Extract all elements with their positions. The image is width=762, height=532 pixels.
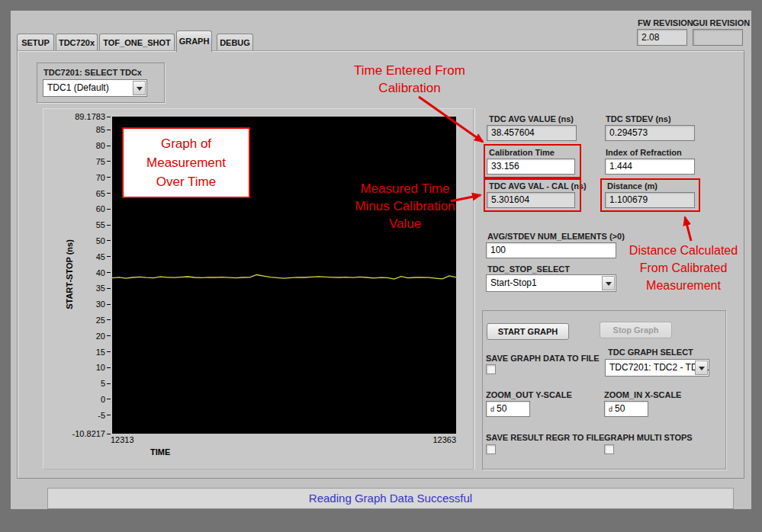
index-refraction-label: Index of Refraction bbox=[606, 148, 682, 157]
num-elements-label: AVG/STDEV NUM_ELEMENTS (>0) bbox=[487, 232, 625, 241]
tab-label: GRAPH bbox=[179, 37, 210, 46]
stop-select-dropdown-button[interactable] bbox=[602, 276, 615, 290]
y-tick: -5 bbox=[43, 410, 111, 421]
chevron-down-icon bbox=[699, 367, 705, 373]
y-tick: 20 bbox=[43, 331, 111, 341]
panel-divider bbox=[474, 108, 475, 470]
status-bar: Reading Graph Data Successful bbox=[47, 488, 734, 509]
gui-revision-field bbox=[693, 29, 743, 46]
tab-tof-one-shot[interactable]: TOF_ONE_SHOT bbox=[99, 34, 175, 51]
graph-annotation-box: Graph of Measurement Over Time bbox=[122, 127, 250, 198]
y-tick: 70 bbox=[43, 172, 111, 183]
y-tick: 75 bbox=[43, 156, 111, 167]
stop-select-dropdown[interactable]: Start-Stop1 bbox=[486, 274, 616, 292]
zoom-out-yscale-input[interactable]: d50 bbox=[486, 401, 530, 417]
fw-revision-label: FW REVISION bbox=[638, 18, 693, 27]
tdc-avg-field: 38.457604 bbox=[487, 125, 577, 141]
y-tick: 30 bbox=[43, 299, 111, 309]
graph-select-value: TDC7201: TDC2 - TDC1 bbox=[606, 360, 709, 376]
time-entered-annotation: Time Entered From Calibration bbox=[328, 62, 491, 97]
y-tick: 80 bbox=[43, 140, 111, 151]
tdc-select-dropdown-button[interactable] bbox=[133, 81, 146, 95]
graph-select-dropdown-button[interactable] bbox=[695, 361, 708, 375]
y-tick: 55 bbox=[43, 220, 111, 230]
y-tick: 25 bbox=[43, 315, 111, 325]
stop-select-value: Start-Stop1 bbox=[487, 275, 616, 291]
y-tick: 85 bbox=[43, 124, 111, 135]
y-tick: 0 bbox=[43, 394, 111, 405]
fw-revision-field: 2.08 bbox=[637, 29, 687, 46]
tdc-select-value: TDC1 (Default) bbox=[43, 80, 146, 96]
graph-panel: START-STOP (ns) 89.178385807570656055504… bbox=[43, 108, 474, 470]
distance-calc-annotation: Distance Calculated From Calibrated Meas… bbox=[619, 242, 748, 294]
tab-graph[interactable]: GRAPH bbox=[176, 30, 212, 52]
x-tick-max: 12363 bbox=[410, 435, 456, 444]
tab-label: TDC720x bbox=[59, 38, 95, 47]
multi-stops-label: GRAPH MULTI STOPS bbox=[604, 433, 693, 442]
zoom-out-yscale-value: 50 bbox=[497, 403, 506, 414]
y-tick: 65 bbox=[43, 188, 111, 199]
distance-highlight-box bbox=[600, 178, 700, 212]
tdc-avg-label: TDC AVG VALUE (ns) bbox=[489, 114, 574, 123]
x-tick-min: 12313 bbox=[111, 435, 134, 444]
tab-label: TOF_ONE_SHOT bbox=[103, 38, 170, 47]
calibration-highlight-box bbox=[484, 144, 581, 178]
tdc-select-dropdown[interactable]: TDC1 (Default) bbox=[43, 79, 147, 97]
tdc-select-label: TDC7201: SELECT TDCx bbox=[43, 68, 142, 77]
stop-graph-button: Stop Graph bbox=[600, 322, 672, 338]
status-message: Reading Graph Data Successful bbox=[309, 492, 472, 505]
graph-select-label: TDC GRAPH SELECT bbox=[608, 348, 693, 357]
multi-stops-checkbox[interactable] bbox=[604, 444, 614, 454]
y-tick: 89.1783 bbox=[43, 111, 111, 122]
index-refraction-input[interactable]: 1.444 bbox=[605, 159, 695, 175]
y-tick: 35 bbox=[43, 283, 111, 293]
y-tick: -10.8217 bbox=[43, 428, 111, 439]
save-regr-label: SAVE RESULT REGR TO FILE bbox=[486, 433, 604, 442]
zoom-in-xscale-value: 50 bbox=[615, 403, 625, 414]
save-graph-data-checkbox[interactable] bbox=[486, 364, 496, 374]
gui-revision-label: GUI REVISION bbox=[693, 18, 750, 27]
y-tick: 50 bbox=[43, 236, 111, 246]
tab-label: SETUP bbox=[21, 38, 50, 47]
num-elements-input[interactable]: 100 bbox=[486, 242, 616, 258]
tab-debug[interactable]: DEBUG bbox=[217, 34, 253, 51]
save-regr-checkbox[interactable] bbox=[486, 444, 496, 454]
y-tick: 15 bbox=[43, 347, 111, 357]
tdc-stdev-field: 0.294573 bbox=[605, 125, 695, 141]
radix-indicator: d bbox=[490, 405, 494, 413]
zoom-in-xscale-label: ZOOM_IN X-SCALE bbox=[604, 390, 681, 399]
y-tick: 60 bbox=[43, 204, 111, 214]
measured-minus-annotation: Measured Time Minus Calibration Value bbox=[323, 180, 487, 232]
y-tick: 45 bbox=[43, 252, 111, 262]
tdc-stdev-label: TDC STDEV (ns) bbox=[606, 114, 671, 123]
tab-label: DEBUG bbox=[220, 38, 250, 47]
y-tick: 5 bbox=[43, 378, 111, 389]
start-graph-button[interactable]: START GRAPH bbox=[487, 323, 569, 340]
chevron-down-icon bbox=[606, 282, 612, 289]
avg-minus-cal-highlight-box bbox=[484, 178, 581, 212]
chevron-down-icon bbox=[137, 87, 143, 94]
x-axis-label: TIME bbox=[150, 447, 170, 457]
waveform-line bbox=[112, 275, 456, 280]
zoom-out-yscale-label: ZOOM_OUT Y-SCALE bbox=[486, 390, 572, 399]
graph-select-dropdown[interactable]: TDC7201: TDC2 - TDC1 bbox=[605, 359, 709, 377]
y-tick: 10 bbox=[43, 362, 111, 373]
app-window: FW REVISION 2.08 GUI REVISION SETUP TDC7… bbox=[0, 0, 762, 532]
stop-select-label: TDC_STOP_SELECT bbox=[487, 264, 570, 274]
y-tick: 40 bbox=[43, 268, 111, 278]
radix-indicator: d bbox=[609, 405, 612, 413]
save-graph-data-label: SAVE GRAPH DATA TO FILE bbox=[486, 354, 600, 363]
tab-tdc720x[interactable]: TDC720x bbox=[56, 34, 98, 51]
tab-setup[interactable]: SETUP bbox=[17, 34, 54, 51]
zoom-in-xscale-input[interactable]: d50 bbox=[604, 401, 648, 417]
